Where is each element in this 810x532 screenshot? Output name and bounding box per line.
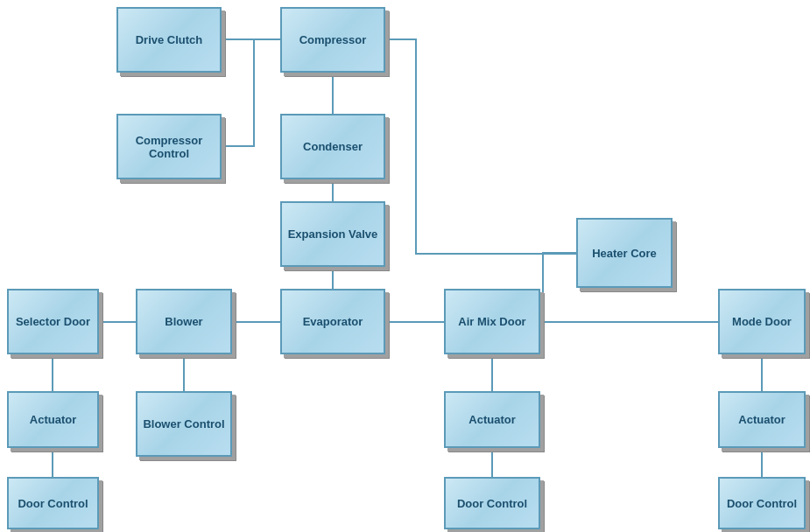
expansion-valve-label: Expansion Valve [288,228,378,241]
actuator-selector-label: Actuator [30,413,76,426]
heater-core-label: Heater Core [592,247,657,260]
door-control-air-mix: Door Control [444,477,540,529]
air-mix-door: Air Mix Door [444,289,540,354]
actuator-selector: Actuator [7,391,99,448]
blower-label: Blower [165,315,202,328]
heater-core: Heater Core [576,218,673,288]
compressor-label: Compressor [299,33,367,46]
mode-door: Mode Door [718,289,806,354]
diagram-container: Drive ClutchCompressor ControlCompressor… [0,0,810,532]
expansion-valve: Expansion Valve [280,201,385,267]
door-control-selector-label: Door Control [18,497,88,510]
door-control-mode-label: Door Control [727,497,797,510]
selector-door-label: Selector Door [16,315,90,328]
evaporator: Evaporator [280,289,385,354]
selector-door: Selector Door [7,289,99,354]
condenser-label: Condenser [303,140,363,153]
actuator-air-mix: Actuator [444,391,540,448]
condenser: Condenser [280,114,385,179]
evaporator-label: Evaporator [303,315,363,328]
air-mix-door-label: Air Mix Door [458,315,525,328]
drive-clutch-label: Drive Clutch [136,33,203,46]
connector-lines [0,0,810,532]
drive-clutch: Drive Clutch [116,7,222,73]
door-control-mode: Door Control [718,477,806,529]
compressor-control-label: Compressor Control [118,134,220,160]
compressor: Compressor [280,7,385,73]
blower-control-label: Blower Control [143,417,224,430]
actuator-mode-label: Actuator [738,413,785,426]
actuator-mode: Actuator [718,391,806,448]
blower-control: Blower Control [136,391,232,457]
actuator-air-mix-label: Actuator [468,413,515,426]
door-control-air-mix-label: Door Control [457,497,527,510]
mode-door-label: Mode Door [732,315,792,328]
blower: Blower [136,289,232,354]
door-control-selector: Door Control [7,477,99,529]
compressor-control: Compressor Control [116,114,222,179]
